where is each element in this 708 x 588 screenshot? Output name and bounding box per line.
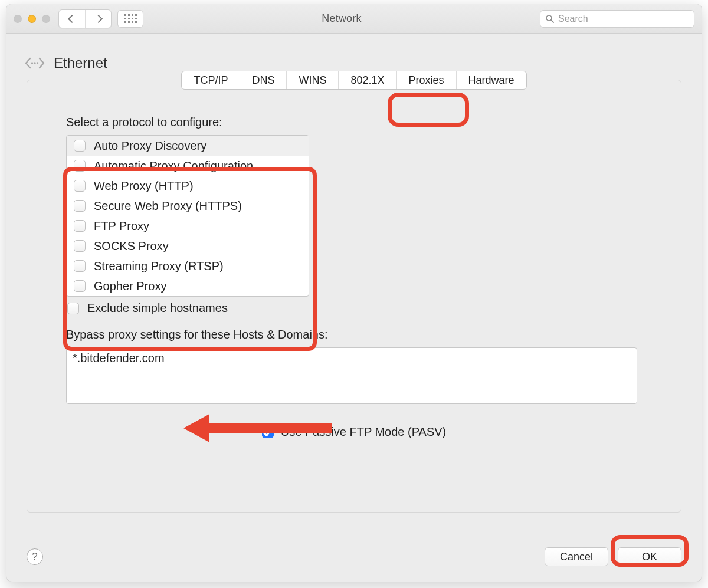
svg-point-2 (31, 62, 33, 64)
search-input[interactable] (558, 14, 689, 24)
protocol-row[interactable]: Secure Web Proxy (HTTPS) (67, 196, 309, 216)
window-controls (14, 15, 50, 23)
chevron-left-icon (68, 14, 76, 22)
tab-dns[interactable]: DNS (240, 71, 286, 89)
show-all-button[interactable] (117, 10, 143, 28)
protocol-label: Auto Proxy Discovery (94, 139, 206, 153)
interface-title: Ethernet (54, 55, 107, 71)
protocol-row[interactable]: Gopher Proxy (67, 276, 309, 296)
window-title: Network (149, 12, 534, 25)
search-icon (545, 14, 555, 24)
checkbox[interactable] (74, 140, 86, 152)
svg-point-4 (37, 62, 38, 64)
protocol-label: Streaming Proxy (RTSP) (94, 259, 224, 273)
forward-button[interactable] (85, 10, 111, 28)
protocol-row[interactable]: Auto Proxy Discovery (67, 136, 309, 156)
checkbox[interactable] (74, 220, 86, 232)
protocol-row[interactable]: Automatic Proxy Configuration (67, 156, 309, 176)
tab-tcpip[interactable]: TCP/IP (182, 71, 240, 89)
checkbox[interactable] (74, 260, 86, 272)
protocol-label: Web Proxy (HTTP) (94, 179, 194, 193)
checkbox[interactable] (74, 240, 86, 252)
checkbox[interactable] (74, 280, 86, 292)
protocol-label: Gopher Proxy (94, 280, 166, 293)
help-button[interactable]: ? (27, 548, 43, 565)
checkbox[interactable] (74, 180, 86, 192)
tab-8021x[interactable]: 802.1X (338, 71, 396, 89)
tabs-container: TCP/IP DNS WINS 802.1X Proxies Hardware (27, 71, 681, 90)
checkbox[interactable] (74, 160, 86, 172)
exclude-label: Exclude simple hostnames (87, 301, 228, 315)
zoom-window-icon[interactable] (42, 15, 50, 23)
search-field[interactable] (540, 10, 694, 28)
protocol-row[interactable]: SOCKS Proxy (67, 236, 309, 256)
ok-button[interactable]: OK (618, 547, 681, 566)
footer: ? Cancel OK (27, 547, 681, 566)
protocol-prompt: Select a protocol to configure: (66, 116, 642, 129)
checkbox[interactable] (74, 200, 86, 212)
svg-line-1 (551, 20, 553, 22)
preferences-window: Network Ethernet TCP/IP DNS WINS (6, 4, 702, 582)
protocol-label: Secure Web Proxy (HTTPS) (94, 199, 242, 213)
chevron-right-icon (94, 14, 102, 22)
passive-ftp-row[interactable]: Use Passive FTP Mode (PASV) (66, 425, 642, 439)
bypass-textarea[interactable] (66, 347, 637, 404)
protocol-row[interactable]: Streaming Proxy (RTSP) (67, 256, 309, 276)
exclude-hostnames-row[interactable]: Exclude simple hostnames (66, 297, 642, 315)
nav-buttons (58, 9, 112, 28)
titlebar: Network (6, 4, 702, 34)
cancel-button[interactable]: Cancel (545, 547, 608, 566)
minimize-window-icon[interactable] (28, 15, 36, 23)
protocol-label: FTP Proxy (94, 219, 149, 233)
grid-icon (124, 14, 137, 23)
back-button[interactable] (59, 10, 85, 28)
protocol-row[interactable]: FTP Proxy (67, 216, 309, 236)
content-panel: TCP/IP DNS WINS 802.1X Proxies Hardware … (27, 80, 681, 513)
tab-proxies[interactable]: Proxies (396, 71, 456, 89)
tab-wins[interactable]: WINS (286, 71, 338, 89)
tab-bar: TCP/IP DNS WINS 802.1X Proxies Hardware (181, 71, 526, 90)
tab-hardware[interactable]: Hardware (456, 71, 526, 89)
checkbox[interactable] (67, 303, 79, 314)
svg-point-3 (34, 62, 35, 64)
protocol-list: Auto Proxy Discovery Automatic Proxy Con… (66, 135, 309, 297)
bypass-label: Bypass proxy settings for these Hosts & … (66, 328, 642, 341)
pasv-label: Use Passive FTP Mode (PASV) (281, 425, 446, 439)
checkbox[interactable] (262, 426, 274, 438)
protocol-row[interactable]: Web Proxy (HTTP) (67, 176, 309, 196)
protocol-label: Automatic Proxy Configuration (94, 159, 253, 173)
protocol-label: SOCKS Proxy (94, 239, 169, 253)
close-window-icon[interactable] (14, 15, 22, 23)
